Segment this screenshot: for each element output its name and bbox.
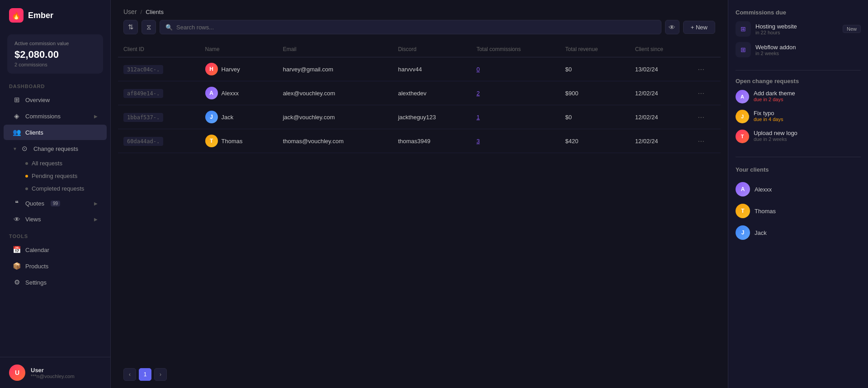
sub-item-label-pending: Pending requests <box>32 173 77 179</box>
open-change-requests-title: Open change requests <box>736 78 861 84</box>
commission-sub-webflow: in 2 weeks <box>755 51 796 56</box>
client-item-thomas[interactable]: T Thomas <box>736 200 861 222</box>
sidebar-item-views[interactable]: 👁 Views ▶ <box>4 212 107 227</box>
sidebar-item-commissions[interactable]: ◈ Commissions ▶ <box>4 108 107 124</box>
sidebar-item-label-views: Views <box>25 216 41 223</box>
filter-button[interactable]: ⧖ <box>142 20 156 34</box>
dot-all <box>25 162 28 165</box>
page-1-button[interactable]: 1 <box>139 368 151 381</box>
commission-value-card: Active commission value $2,080.00 2 comm… <box>7 34 103 74</box>
change-requests-icon: ⊙ <box>21 145 29 153</box>
tools-section-label: Tools <box>0 227 110 242</box>
calendar-icon: 📅 <box>13 246 21 254</box>
cell-menu-3: ··· <box>692 129 721 153</box>
cell-id-1: af849e14-. <box>118 81 200 105</box>
breadcrumb-parent: User <box>123 8 137 15</box>
row-revenue-1: $900 <box>565 90 578 97</box>
cr-due-upload-logo: due in 2 weeks <box>754 136 797 142</box>
cell-name-0: H Harvey <box>200 57 278 81</box>
cell-menu-2: ··· <box>692 105 721 129</box>
table-row: 312ac04c-. H Harvey harvey@gmail.com har… <box>118 57 721 81</box>
cr-item-dark-theme[interactable]: A Add dark theme due in 2 days <box>736 90 861 103</box>
sidebar-sub-item-all-requests[interactable]: All requests <box>13 157 107 169</box>
main-content: User / Clients ⇅ ⧖ 🔍 👁 + New Client ID N… <box>111 0 728 388</box>
client-name-jack: Jack <box>755 229 767 236</box>
sort-button[interactable]: ⇅ <box>123 20 138 34</box>
row-menu-button-2[interactable]: ··· <box>698 112 704 122</box>
quotes-expand-icon: ▶ <box>94 201 98 206</box>
client-id-value-1: af849e14-. <box>123 89 163 98</box>
col-total-commissions: Total commissions <box>471 42 560 57</box>
cell-name-2: J Jack <box>200 105 278 129</box>
commissions-due-title: Commissions due <box>736 9 861 16</box>
col-client-id: Client ID <box>118 42 200 57</box>
row-menu-button-1[interactable]: ··· <box>698 89 704 98</box>
commission-item-hosting[interactable]: ⊞ Hosting website in 22 hours New <box>736 21 861 37</box>
commission-icon-webflow: ⊞ <box>736 42 751 57</box>
sidebar-item-change-requests[interactable]: ▼ ⊙ Change requests <box>4 141 107 156</box>
row-revenue-0: $0 <box>565 66 571 73</box>
user-email: ***n@vouchley.com <box>31 374 75 379</box>
user-info: User ***n@vouchley.com <box>31 367 75 379</box>
search-input[interactable] <box>176 24 656 31</box>
sub-item-label-all: All requests <box>32 160 62 167</box>
cr-item-fix-typo[interactable]: J Fix typo due in 4 days <box>736 110 861 123</box>
page-prev-button[interactable]: ‹ <box>123 368 136 381</box>
table-header: Client ID Name Email Discord Total commi… <box>118 42 721 57</box>
commission-title-webflow: Webflow addon <box>755 44 796 51</box>
sidebar-item-clients[interactable]: 👥 Clients <box>4 125 107 140</box>
sidebar-item-label-change-requests: Change requests <box>33 145 78 152</box>
sub-item-label-completed: Completed requests <box>32 185 84 192</box>
sidebar-footer[interactable]: U User ***n@vouchley.com <box>0 357 110 388</box>
row-revenue-2: $0 <box>565 114 571 121</box>
sidebar-item-settings[interactable]: ⚙ Settings <box>4 275 107 290</box>
cr-title-fix-typo: Fix typo <box>754 110 783 117</box>
commission-badge-new: New <box>843 25 861 33</box>
divider-2 <box>736 157 861 157</box>
logo-icon: 🔥 <box>9 8 24 23</box>
row-commissions-2[interactable]: 1 <box>476 114 480 121</box>
cr-due-dark-theme: due in 2 days <box>754 97 795 102</box>
cr-avatar-dark-theme: A <box>736 90 749 103</box>
cell-discord-3: thomas3949 <box>392 129 471 153</box>
client-item-jack[interactable]: J Jack <box>736 222 861 243</box>
sidebar-sub-item-completed-requests[interactable]: Completed requests <box>13 182 107 195</box>
sidebar-item-overview[interactable]: ⊞ Overview <box>4 92 107 108</box>
client-name-thomas: Thomas <box>755 208 776 215</box>
new-button[interactable]: + New <box>683 21 715 34</box>
view-toggle-button[interactable]: 👁 <box>665 20 679 34</box>
sidebar-item-label-calendar: Calendar <box>25 247 49 253</box>
clients-table-wrap: Client ID Name Email Discord Total commi… <box>111 42 728 361</box>
commission-sub: 2 commissions <box>14 62 96 67</box>
row-menu-button-0[interactable]: ··· <box>698 65 704 74</box>
cell-revenue-2: $0 <box>560 105 630 129</box>
row-commissions-3[interactable]: 3 <box>476 138 480 145</box>
cell-name-3: T Thomas <box>200 129 278 153</box>
row-menu-button-3[interactable]: ··· <box>698 136 704 145</box>
commission-item-webflow[interactable]: ⊞ Webflow addon in 2 weeks <box>736 42 861 57</box>
cr-title-upload-logo: Upload new logo <box>754 130 797 136</box>
page-next-button[interactable]: › <box>154 368 167 381</box>
row-commissions-0[interactable]: 0 <box>476 66 480 73</box>
commissions-icon: ◈ <box>13 112 21 120</box>
name-cell-1: A Alexxx <box>205 87 272 99</box>
cell-since-2: 12/02/24 <box>630 105 692 129</box>
cr-item-upload-logo[interactable]: T Upload new logo due in 2 weeks <box>736 130 861 143</box>
app-logo[interactable]: 🔥 Ember <box>0 0 110 31</box>
sidebar-item-calendar[interactable]: 📅 Calendar <box>4 242 107 257</box>
sidebar-sub-item-pending-requests[interactable]: Pending requests <box>13 170 107 182</box>
row-email-2: jack@vouchley.com <box>283 114 335 121</box>
sidebar-item-quotes[interactable]: ❝ Quotes 99 ▶ <box>4 196 107 211</box>
cell-email-2: jack@vouchley.com <box>278 105 393 129</box>
col-client-since: Client since <box>630 42 692 57</box>
cr-due-label-upload-logo: due in 2 weeks <box>754 136 787 142</box>
change-requests-collapse-icon: ▼ <box>13 146 17 151</box>
cell-discord-0: harvvv44 <box>392 57 471 81</box>
table-row: 1bbaf537-. J Jack jack@vouchley.com jack… <box>118 105 721 129</box>
client-id-value-3: 60da44ad-. <box>123 137 163 146</box>
client-item-alexxx[interactable]: A Alexxx <box>736 178 861 200</box>
row-commissions-1[interactable]: 2 <box>476 90 480 97</box>
sidebar-item-products[interactable]: 📦 Products <box>4 258 107 274</box>
client-id-value-2: 1bbaf537-. <box>123 113 163 122</box>
cell-menu-1: ··· <box>692 81 721 105</box>
